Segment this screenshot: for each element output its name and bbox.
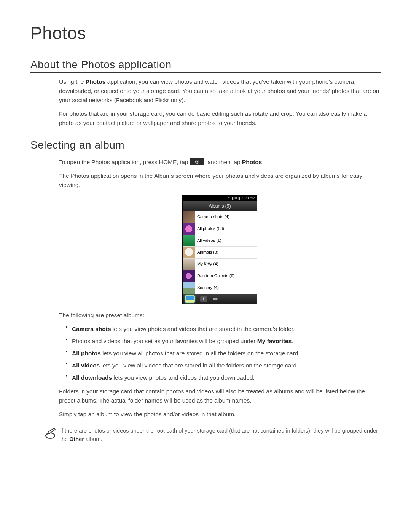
about-p1: Using the Photos application, you can vi…	[59, 77, 381, 105]
section-heading-about: About the Photos application	[30, 59, 381, 73]
note-b: Other	[69, 436, 84, 442]
album-label: Animals (8)	[195, 249, 218, 256]
album-thumb-icon	[183, 223, 195, 235]
note-c: album.	[84, 436, 102, 442]
li-bold: Camera shots	[72, 326, 111, 332]
selecting-p3: The following are preset albums:	[59, 311, 381, 320]
album-label: All photos (53)	[195, 225, 224, 232]
list-item: Photos and videos that you set as your f…	[66, 337, 381, 346]
album-row: All photos (53)	[183, 223, 257, 235]
li-pre: Photos and videos that you set as your f…	[72, 338, 257, 344]
li-text: .	[292, 338, 293, 344]
album-label: All videos (1)	[195, 237, 221, 244]
selecting-p4: Folders in your storage card that contai…	[59, 387, 381, 405]
section-selecting-body: To open the Photos application, press HO…	[59, 158, 381, 419]
li-text: lets you view photos and videos that you…	[112, 374, 255, 381]
selecting-p1-b: , and then tap	[204, 159, 242, 165]
album-row: Camera shots (4)	[183, 211, 257, 223]
album-row: Animals (8)	[183, 247, 257, 259]
note-a: If there are photos or videos under the …	[60, 428, 378, 442]
about-p1-b: Photos	[86, 78, 106, 85]
li-bold: All photos	[72, 350, 101, 356]
selecting-p1-a: To open the Photos application, press HO…	[59, 159, 190, 165]
phone-frame: ³ᴳ ▮ııl ▮ 7:20 AM Albums (9) Camera shot…	[182, 195, 257, 304]
selecting-p2: The Photos application opens in the Albu…	[59, 171, 381, 190]
li-text: lets you view all photos that are stored…	[101, 350, 300, 356]
note-text: If there are photos or videos under the …	[60, 427, 381, 444]
list-item: All photos lets you view all photos that…	[66, 349, 381, 358]
gallery-tab-icon	[185, 295, 195, 303]
note-block: If there are photos or videos under the …	[45, 427, 381, 444]
flickr-tab-icon: ●●	[212, 295, 217, 303]
album-row: Scenery (4)	[183, 282, 257, 294]
album-label: My Kitty (4)	[195, 261, 218, 267]
album-row: All videos (1)	[183, 235, 257, 247]
section-heading-selecting: Selecting an album	[30, 139, 381, 153]
list-item: Camera shots lets you view photos and vi…	[66, 324, 381, 334]
album-thumb-icon	[183, 211, 195, 223]
preset-albums-list: Camera shots lets you view photos and vi…	[59, 324, 381, 382]
album-thumb-icon	[183, 247, 195, 258]
list-item: All downloads lets you view photos and v…	[66, 373, 381, 382]
selecting-p1-c: Photos	[242, 159, 262, 165]
about-p1-a: Using the	[59, 78, 86, 85]
li-text: lets you view photos and videos that are…	[111, 326, 295, 332]
about-p1-c: application, you can view photos and wat…	[59, 78, 379, 103]
phone-screenshot: ³ᴳ ▮ııl ▮ 7:20 AM Albums (9) Camera shot…	[59, 195, 381, 305]
album-row: Random Objects (9)	[183, 270, 257, 282]
album-thumb-icon	[183, 282, 195, 294]
facebook-tab-icon: f	[200, 296, 207, 302]
album-thumb-icon	[183, 270, 195, 282]
selecting-p1-d: .	[262, 159, 263, 165]
phone-bottom-bar: f ●●	[183, 294, 257, 304]
li-bold: All downloads	[72, 374, 112, 381]
album-thumb-icon	[183, 259, 195, 270]
selecting-p1: To open the Photos application, press HO…	[59, 158, 381, 167]
album-label: Camera shots (4)	[195, 214, 229, 220]
li-bold: My favorites	[257, 338, 292, 344]
albums-titlebar: Albums (9)	[183, 201, 257, 211]
albums-list: Camera shots (4) All photos (53) All vid…	[183, 211, 257, 294]
album-label: Random Objects (9)	[195, 273, 234, 279]
about-p2: For photos that are in your storage card…	[59, 109, 381, 128]
svg-point-0	[46, 433, 55, 438]
page-title: Photos	[30, 23, 381, 43]
li-text: lets you view all videos that are stored…	[100, 362, 298, 369]
selecting-p5: Simply tap an album to view the photos a…	[59, 410, 381, 419]
apps-icon	[190, 158, 204, 165]
status-bar: ³ᴳ ▮ııl ▮ 7:20 AM	[183, 195, 257, 201]
album-label: Scenery (4)	[195, 284, 219, 291]
album-row: My Kitty (4)	[183, 259, 257, 270]
list-item: All videos lets you view all videos that…	[66, 361, 381, 370]
section-about-body: Using the Photos application, you can vi…	[59, 77, 381, 128]
note-pencil-icon	[45, 427, 58, 440]
album-thumb-icon	[183, 235, 195, 246]
li-bold: All videos	[72, 362, 100, 369]
